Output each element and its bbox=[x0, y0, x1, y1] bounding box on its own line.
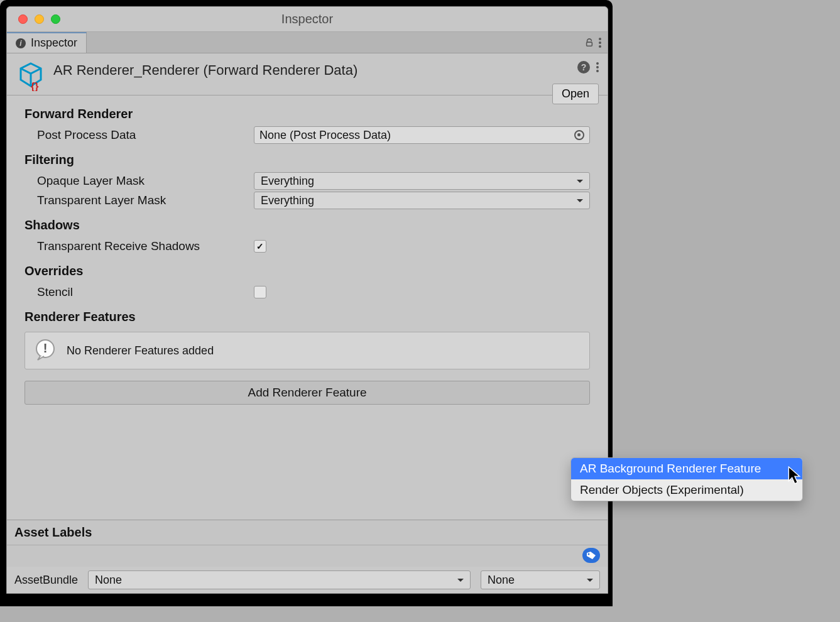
tab-inspector[interactable]: i Inspector bbox=[7, 32, 87, 53]
dropdown-transparent-mask[interactable]: Everything bbox=[254, 192, 590, 209]
value-transparent-mask: Everything bbox=[261, 194, 314, 207]
svg-text:!: ! bbox=[43, 341, 48, 355]
tag-icon[interactable] bbox=[582, 548, 600, 563]
minimize-window-button[interactable] bbox=[35, 14, 44, 24]
chevron-down-icon bbox=[577, 199, 583, 205]
tab-label: Inspector bbox=[31, 36, 77, 50]
label-opaque-mask: Opaque Layer Mask bbox=[37, 174, 254, 188]
info-icon: i bbox=[16, 38, 26, 48]
asset-type-icon: {} bbox=[16, 61, 46, 91]
label-stencil: Stencil bbox=[37, 285, 254, 299]
label-transparent-shadows: Transparent Receive Shadows bbox=[37, 239, 254, 253]
asset-bundle-value: None bbox=[95, 574, 122, 587]
titlebar: Inspector bbox=[7, 7, 608, 32]
value-opaque-mask: Everything bbox=[261, 175, 314, 188]
window-controls bbox=[18, 14, 60, 24]
add-renderer-feature-button[interactable]: Add Renderer Feature bbox=[25, 381, 590, 405]
asset-labels-row bbox=[7, 545, 608, 567]
bottom-panel: Asset Labels AssetBundle None None bbox=[7, 520, 608, 593]
popup-item-ar-background[interactable]: AR Background Renderer Feature bbox=[571, 458, 802, 479]
section-shadows: Shadows bbox=[25, 218, 590, 232]
section-forward-renderer: Forward Renderer bbox=[25, 107, 590, 121]
asset-title: AR Renderer_Renderer (Forward Renderer D… bbox=[53, 61, 357, 91]
row-stencil: Stencil bbox=[25, 283, 590, 301]
asset-menu-icon[interactable] bbox=[596, 62, 599, 72]
tab-bar: i Inspector bbox=[7, 32, 608, 53]
maximize-window-button[interactable] bbox=[51, 14, 60, 24]
dropdown-opaque-mask[interactable]: Everything bbox=[254, 172, 590, 190]
asset-bundle-label: AssetBundle bbox=[14, 574, 78, 587]
asset-header: {} AR Renderer_Renderer (Forward Rendere… bbox=[7, 53, 608, 95]
add-feature-popup: AR Background Renderer Feature Render Ob… bbox=[570, 457, 803, 501]
row-transparent-shadows: Transparent Receive Shadows bbox=[25, 237, 590, 255]
row-post-process-data: Post Process Data None (Post Process Dat… bbox=[25, 126, 590, 144]
object-picker-icon[interactable] bbox=[574, 130, 584, 140]
label-post-process-data: Post Process Data bbox=[37, 128, 254, 142]
field-post-process-data[interactable]: None (Post Process Data) bbox=[254, 126, 590, 144]
info-bubble-icon: ! bbox=[34, 339, 58, 363]
svg-point-4 bbox=[588, 554, 590, 555]
row-opaque-mask: Opaque Layer Mask Everything bbox=[25, 172, 590, 190]
label-transparent-mask: Transparent Layer Mask bbox=[37, 194, 254, 207]
tab-menu-icon[interactable] bbox=[599, 38, 601, 48]
renderer-features-empty-box: ! No Renderer Features added bbox=[25, 332, 590, 369]
renderer-features-empty-text: No Renderer Features added bbox=[67, 344, 214, 357]
inspector-body: Forward Renderer Post Process Data None … bbox=[7, 95, 608, 520]
close-window-button[interactable] bbox=[18, 14, 28, 24]
row-transparent-mask: Transparent Layer Mask Everything bbox=[25, 192, 590, 209]
open-button[interactable]: Open bbox=[552, 84, 599, 104]
checkbox-stencil[interactable] bbox=[254, 286, 266, 298]
asset-bundle-row: AssetBundle None None bbox=[7, 567, 608, 593]
help-icon[interactable]: ? bbox=[577, 61, 590, 74]
value-post-process-data: None (Post Process Data) bbox=[259, 129, 391, 142]
window-title: Inspector bbox=[7, 12, 608, 26]
dropdown-asset-bundle-name[interactable]: None bbox=[88, 570, 471, 589]
dropdown-asset-bundle-variant[interactable]: None bbox=[481, 570, 600, 589]
svg-rect-0 bbox=[587, 42, 592, 46]
asset-bundle-variant-value: None bbox=[488, 574, 515, 587]
tabbar-right-icons bbox=[579, 32, 608, 53]
section-renderer-features: Renderer Features bbox=[25, 310, 590, 324]
inspector-window: Inspector i Inspector {} AR Renderer_Ren… bbox=[6, 6, 608, 594]
asset-labels-heading: Asset Labels bbox=[7, 520, 608, 545]
section-overrides: Overrides bbox=[25, 264, 590, 278]
chevron-down-icon bbox=[577, 180, 583, 186]
section-filtering: Filtering bbox=[25, 153, 590, 167]
popup-item-render-objects[interactable]: Render Objects (Experimental) bbox=[571, 479, 802, 501]
svg-text:{}: {} bbox=[31, 81, 38, 91]
checkbox-transparent-shadows[interactable] bbox=[254, 240, 266, 253]
chevron-down-icon bbox=[587, 579, 593, 585]
lock-icon[interactable] bbox=[585, 38, 594, 47]
chevron-down-icon bbox=[457, 579, 464, 585]
